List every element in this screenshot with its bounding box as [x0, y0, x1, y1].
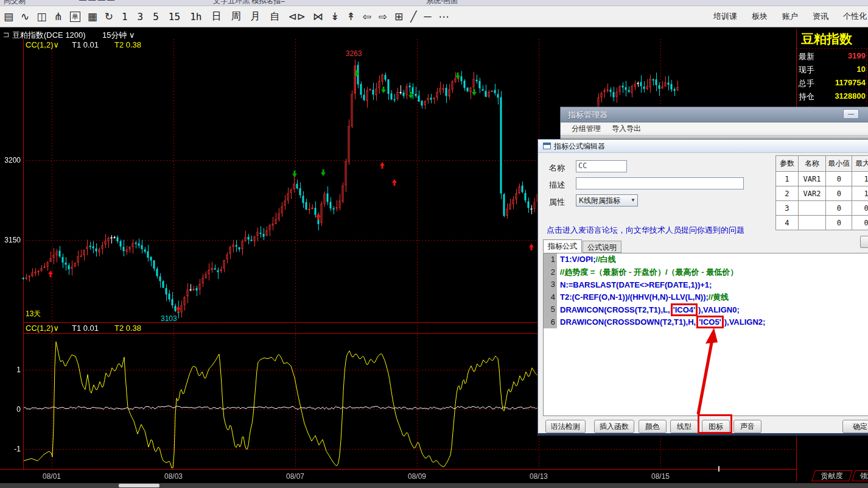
- code-segment: ),VALIGN0;: [698, 305, 740, 314]
- draw-line-icon[interactable]: ╱: [410, 12, 416, 22]
- period-button-月[interactable]: 月: [250, 10, 260, 23]
- code-line[interactable]: 5DRAWICON(CROSS(T2,T1),L,'ICO4'),VALIGN0…: [544, 303, 868, 316]
- param-cell[interactable]: 1: [852, 186, 868, 201]
- symbol-title[interactable]: 豆粕指数(DCE 1200): [12, 30, 86, 41]
- param-cell[interactable]: 0: [826, 186, 852, 201]
- clipped-side-button[interactable]: [860, 236, 868, 248]
- page-up-icon[interactable]: ↟: [346, 12, 355, 22]
- toolbar-link-账户[interactable]: 账户: [782, 11, 798, 22]
- editor-button-语法检测[interactable]: 语法检测: [545, 420, 586, 433]
- next-icon[interactable]: ⇨: [379, 12, 387, 22]
- indicator-name-sub[interactable]: CC(1,2)∨: [26, 324, 59, 333]
- code-line[interactable]: 1T1:V/OPI;//白线: [544, 253, 868, 266]
- grid-layout-icon[interactable]: ⊞: [394, 12, 403, 22]
- manager-menu-导入导出[interactable]: 导入导出: [612, 124, 641, 134]
- period-button-1[interactable]: 1: [122, 11, 128, 23]
- param-cell[interactable]: VAR2: [798, 186, 825, 201]
- tab-formula-code[interactable]: 指标公式: [543, 239, 582, 253]
- menubar-item[interactable]: 系统-画面: [426, 0, 458, 6]
- menubar-item[interactable]: 文字五环黑 模拟名指=: [213, 0, 285, 6]
- chevron-down-icon: ∨: [54, 324, 60, 333]
- zoom-out-icon[interactable]: ⊲⊳: [288, 12, 306, 22]
- toolbar-link-板块[interactable]: 板块: [752, 11, 768, 22]
- toolbar-links: 培训课板块账户资讯个性化: [713, 11, 868, 22]
- attribute-dropdown[interactable]: K线附属指标: [576, 194, 638, 207]
- parameter-table[interactable]: 参数名称最小值最大值1VAR1012VAR201300400: [775, 155, 868, 230]
- visible-days-label: 13天: [26, 309, 41, 319]
- attr-field-label: 属性: [549, 197, 565, 208]
- param-cell[interactable]: 1: [776, 172, 799, 186]
- tab-formula-help[interactable]: 公式说明: [583, 241, 621, 253]
- param-cell[interactable]: 4: [776, 216, 799, 230]
- candlestick-chart-icon[interactable]: ◫: [37, 12, 46, 22]
- quote-label: 总手: [799, 79, 814, 88]
- manager-title-bar[interactable]: 指标管理器 —: [561, 107, 868, 122]
- manager-menu-分组管理[interactable]: 分组管理: [572, 124, 601, 134]
- period-button-周[interactable]: 周: [231, 10, 240, 23]
- horizontal-line-icon[interactable]: ─: [424, 12, 431, 22]
- param-cell[interactable]: 3: [776, 201, 799, 216]
- editor-button-声音[interactable]: 声音: [733, 420, 761, 433]
- param-cell[interactable]: [798, 216, 825, 230]
- refresh-icon[interactable]: ↻: [105, 12, 113, 22]
- param-cell[interactable]: 0: [826, 216, 852, 230]
- menubar-item[interactable]: 同交易: [4, 0, 26, 6]
- forum-help-link[interactable]: 点击进入麦语言论坛，向文华技术人员提问你遇到的问题: [547, 225, 744, 236]
- param-cell[interactable]: [798, 201, 825, 216]
- name-field-label: 名称: [549, 163, 565, 174]
- period-button-自[interactable]: 自: [270, 10, 279, 23]
- page-down-icon[interactable]: ↡: [331, 12, 339, 22]
- menubar-item[interactable]: — — — —: [79, 0, 114, 4]
- period-button-5[interactable]: 5: [153, 11, 159, 23]
- quote-row-现手: 现手10: [799, 65, 866, 78]
- horizontal-scrollbar[interactable]: [0, 483, 868, 488]
- dock-icon[interactable]: ⊐: [3, 30, 10, 39]
- more-icon[interactable]: ⋯: [438, 12, 449, 22]
- toolbar-link-培训课[interactable]: 培训课: [713, 11, 737, 22]
- prev-icon[interactable]: ⇦: [362, 12, 371, 22]
- indicator-name-main[interactable]: CC(1,2)∨: [26, 40, 59, 49]
- zoom-in-icon[interactable]: ⋈: [313, 12, 323, 22]
- code-line[interactable]: 4T2:(C-REF(O,N-1))/(HHV(H,N)-LLV(L,N));/…: [544, 291, 868, 304]
- name-input[interactable]: CC: [576, 160, 627, 172]
- order-panel-icon[interactable]: 单: [70, 12, 80, 22]
- period-button-15[interactable]: 15: [169, 11, 180, 23]
- code-line[interactable]: 2//趋势度 =（最新价 - 开盘价）/（最高价 - 最低价）: [544, 266, 868, 279]
- param-cell[interactable]: 2: [776, 186, 799, 201]
- corner-tab-领涨[interactable]: 领涨: [852, 470, 868, 481]
- t2-value-sub: T2 0.38: [114, 324, 141, 333]
- toolbar-link-个性化[interactable]: 个性化: [843, 11, 867, 22]
- param-cell[interactable]: 0: [852, 216, 868, 230]
- quote-symbol-title[interactable]: 豆粕指数: [801, 30, 852, 48]
- editor-button-插入函数[interactable]: 插入函数: [594, 420, 634, 433]
- quote-label: 持仓: [799, 92, 814, 101]
- param-cell[interactable]: 0: [852, 201, 868, 216]
- code-line[interactable]: 3N:=BARSLAST(DATE<>REF(DATE,1))+1;: [544, 278, 868, 291]
- minimize-button[interactable]: —: [843, 109, 859, 119]
- period-button-3[interactable]: 3: [138, 11, 144, 23]
- period-button-1h[interactable]: 1h: [190, 11, 201, 23]
- editor-button-线型[interactable]: 线型: [670, 420, 698, 433]
- toolbar-link-资讯[interactable]: 资讯: [813, 11, 828, 22]
- scrollbar-thumb[interactable]: [119, 484, 159, 487]
- corner-tab-贡献度[interactable]: 贡献度: [811, 470, 853, 481]
- corner-tab-label: 贡献度: [821, 471, 843, 481]
- editor-button-颜色[interactable]: 颜色: [639, 420, 667, 433]
- y-axis-label: 1: [0, 366, 21, 374]
- time-line-chart-icon[interactable]: ∿: [21, 12, 29, 22]
- period-selector[interactable]: 15分钟 ∨: [102, 30, 135, 41]
- param-cell[interactable]: 0: [826, 201, 852, 216]
- editor-title-bar[interactable]: 指标公式编辑器: [538, 140, 868, 153]
- ok-button[interactable]: 确定: [842, 420, 868, 433]
- tick-chart-icon[interactable]: ⋔: [54, 12, 62, 22]
- param-cell[interactable]: 0: [826, 172, 852, 186]
- period-button-日[interactable]: 日: [211, 10, 221, 23]
- quote-list-icon[interactable]: ▤: [4, 12, 13, 22]
- param-cell[interactable]: VAR1: [798, 172, 825, 186]
- description-input[interactable]: [576, 177, 744, 189]
- code-segment: //趋势度 =（最新价 - 开盘价）/（最高价 - 最低价）: [560, 267, 738, 277]
- save-icon[interactable]: ▦: [88, 12, 97, 22]
- code-segment: T1:V/OPI;: [560, 255, 596, 264]
- t1-value-sub: T1 0.01: [72, 324, 99, 333]
- param-cell[interactable]: 1: [852, 172, 868, 186]
